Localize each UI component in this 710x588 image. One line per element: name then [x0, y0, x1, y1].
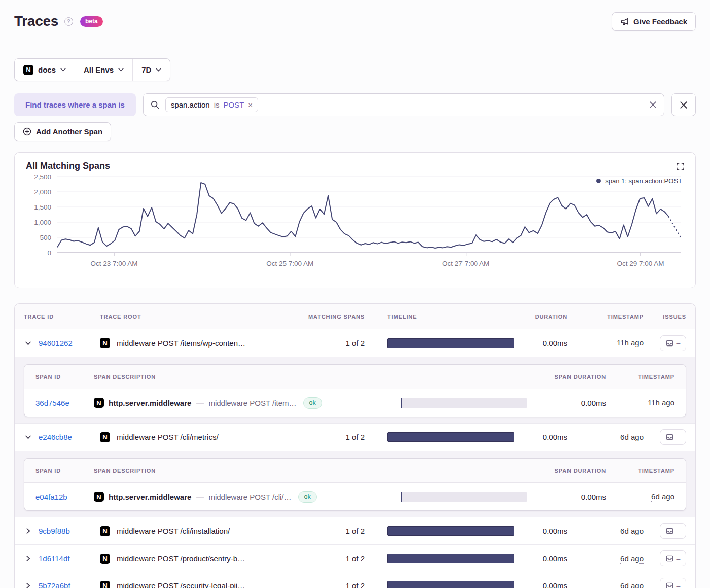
span-duration-value: 0.00ms: [515, 399, 606, 407]
span-timeline-bar[interactable]: [401, 398, 527, 408]
header-duration: Duration: [512, 314, 567, 320]
header-span-id: Span ID: [36, 468, 94, 474]
y-tick-label: 1,500: [34, 203, 51, 211]
issues-inbox-icon: [666, 433, 673, 441]
span-status-badge: ok: [303, 397, 322, 409]
dash-separator: —: [196, 492, 204, 501]
trace-id-link[interactable]: 94601262: [39, 339, 73, 348]
nextjs-project-icon: N: [94, 398, 104, 408]
collapse-trace-button[interactable]: [24, 433, 32, 441]
expand-trace-button[interactable]: [24, 581, 32, 588]
give-feedback-button[interactable]: Give Feedback: [612, 12, 696, 31]
add-another-span-label: Add Another Span: [36, 127, 102, 136]
trace-timeline-bar[interactable]: [387, 554, 514, 563]
timeline-cell: [365, 554, 512, 563]
no-issues-indicator: [677, 555, 681, 563]
main-content: N docs All Envs 7D Find traces where a s…: [0, 43, 710, 588]
span-status-badge: ok: [298, 491, 317, 503]
x-tick-label: Oct 23 7:00 AM: [90, 260, 137, 267]
duration-value: 0.00ms: [512, 433, 567, 441]
chevron-down-icon: [156, 68, 161, 72]
trace-id-link[interactable]: 1d6114df: [39, 554, 69, 563]
duration-value: 0.00ms: [512, 339, 567, 348]
issues-button[interactable]: [660, 335, 686, 351]
trace-row[interactable]: 9cb9f88bNmiddleware POST /cli/installati…: [15, 517, 695, 544]
trace-table-header: Trace ID Trace Root Matching Spans Timel…: [15, 304, 695, 329]
span-search-input[interactable]: span.action is POST: [143, 93, 664, 116]
timestamp-value[interactable]: 6d ago: [620, 581, 644, 588]
expand-trace-button[interactable]: [24, 554, 32, 563]
header-timeline: Timeline: [365, 314, 512, 320]
timestamp-value[interactable]: 11h ago: [617, 338, 644, 348]
collapse-trace-button[interactable]: [24, 339, 32, 348]
trace-row[interactable]: e246cb8eNmiddleware POST /cli/metrics/1 …: [15, 423, 695, 451]
matching-spans-count: 1 of 2: [299, 433, 365, 441]
expand-chart-button[interactable]: [674, 161, 686, 172]
trace-row[interactable]: 94601262Nmiddleware POST /items/wp-conte…: [15, 329, 695, 357]
spans-line-chart[interactable]: 05001,0001,5002,0002,500Oct 23 7:00 AMOc…: [26, 171, 684, 279]
remove-span-condition-button[interactable]: [671, 93, 696, 116]
token-remove-icon[interactable]: [248, 100, 253, 109]
header-span-duration: Span Duration: [515, 468, 606, 474]
trace-row[interactable]: 5b72a6bfNmiddleware POST /security-legal…: [15, 572, 695, 588]
timeline-cell: [365, 338, 512, 348]
no-issues-indicator: [677, 339, 681, 347]
span-row[interactable]: e04fa12bNhttp.server.middleware—middlewa…: [24, 483, 686, 510]
issues-cell: [644, 578, 686, 588]
trace-id-link[interactable]: e246cb8e: [39, 433, 72, 441]
issues-button[interactable]: [660, 550, 686, 566]
span-timestamp-value[interactable]: 6d ago: [651, 492, 674, 502]
span-id-link[interactable]: e04fa12b: [36, 493, 94, 501]
timestamp-cell: 6d ago: [567, 433, 644, 442]
page-filter-bar: N docs All Envs 7D: [14, 58, 170, 81]
timestamp-value[interactable]: 6d ago: [620, 554, 644, 564]
trace-results-table: Trace ID Trace Root Matching Spans Timel…: [14, 303, 696, 588]
series-line[interactable]: [57, 183, 669, 248]
trace-id-link[interactable]: 9cb9f88b: [39, 527, 70, 535]
span-timeline-bar[interactable]: [401, 492, 527, 502]
date-range-selector[interactable]: 7D: [132, 59, 170, 81]
chart-legend[interactable]: span 1: span.action:POST: [596, 177, 682, 185]
issues-button[interactable]: [660, 578, 686, 588]
header-span-timestamp: Timestamp: [606, 374, 674, 380]
span-id-link[interactable]: 36d7546e: [36, 399, 94, 407]
token-value: POST: [224, 100, 244, 109]
close-icon: [680, 101, 688, 109]
nextjs-project-icon: N: [100, 554, 110, 564]
span-row[interactable]: 36d7546eNhttp.server.middleware—middlewa…: [24, 389, 686, 417]
trace-id-link[interactable]: 5b72a6bf: [39, 581, 70, 588]
trace-timeline-bar[interactable]: [387, 432, 514, 442]
environment-selector[interactable]: All Envs: [75, 59, 132, 81]
timeline-cell: [365, 432, 512, 442]
chevron-right-icon: [25, 555, 31, 562]
legend-label: span 1: span.action:POST: [605, 177, 682, 185]
trace-timeline-bar[interactable]: [387, 581, 514, 588]
trace-row[interactable]: 1d6114dfNmiddleware POST /product/sentry…: [15, 544, 695, 572]
chevron-down-icon: [118, 68, 124, 72]
issues-button[interactable]: [660, 523, 686, 539]
clear-search-button[interactable]: [649, 101, 657, 109]
chevron-right-icon: [25, 528, 31, 534]
add-another-span-button[interactable]: Add Another Span: [14, 122, 111, 141]
span-description-label: middleware POST /item…: [208, 399, 296, 407]
help-icon[interactable]: [64, 17, 73, 26]
span-sub-table: Span IDSpan DescriptionSpan DurationTime…: [24, 364, 686, 417]
timestamp-value[interactable]: 6d ago: [620, 433, 644, 442]
header-span-timestamp: Timestamp: [606, 468, 674, 474]
fullscreen-icon: [677, 163, 684, 170]
span-operation-label: http.server.middleware: [109, 399, 191, 407]
no-issues-indicator: [677, 582, 681, 588]
project-selector[interactable]: N docs: [15, 59, 75, 81]
no-issues-indicator: [677, 527, 681, 535]
span-timestamp-value[interactable]: 11h ago: [648, 398, 674, 408]
trace-timeline-bar[interactable]: [387, 526, 514, 536]
span-timeline-cell: [378, 398, 515, 408]
trace-timeline-bar[interactable]: [387, 338, 514, 348]
y-tick-label: 1,000: [34, 219, 51, 226]
search-filter-token[interactable]: span.action is POST: [165, 97, 258, 112]
x-tick-label: Oct 29 7:00 AM: [617, 260, 664, 267]
expand-trace-button[interactable]: [24, 527, 32, 535]
issues-button[interactable]: [660, 429, 686, 445]
chevron-down-icon: [60, 68, 66, 72]
timestamp-value[interactable]: 6d ago: [620, 527, 644, 536]
